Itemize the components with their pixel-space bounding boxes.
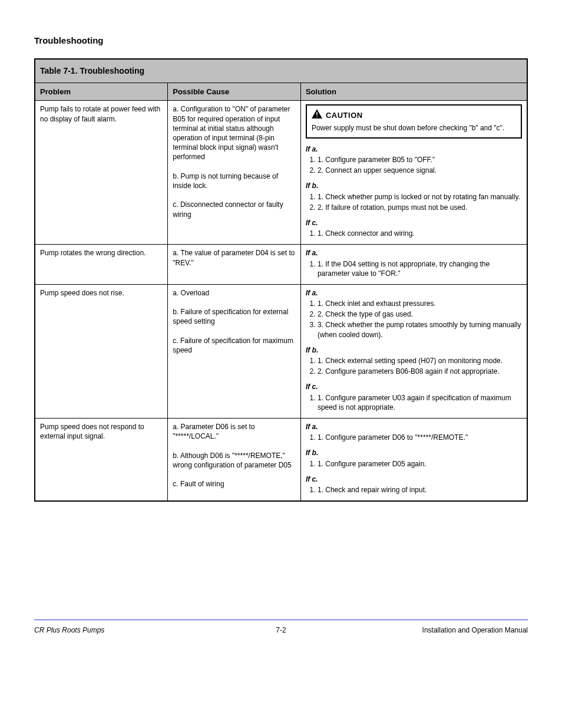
problem-cell: Pump rotates the wrong direction. — [35, 245, 168, 285]
page-heading: Troubleshooting — [34, 35, 528, 45]
header-problem: Problem — [35, 83, 168, 101]
cause-item: c. Disconnected connector or faulty wiri… — [173, 200, 296, 219]
solution-step: 1. If the D04 setting is not appropriate… — [318, 259, 522, 278]
solution-step: 1. Check external setting speed (H07) on… — [318, 356, 522, 365]
solution-label: If a. — [306, 248, 522, 258]
caution-box: CAUTION Power supply must be shut down b… — [306, 104, 522, 138]
solution-label: If a. — [306, 144, 522, 154]
table-row: Pump speed does not rise. a. Overload b.… — [35, 284, 527, 418]
cause-item: a. Parameter D06 is set to "*****/LOCAL.… — [173, 422, 296, 441]
svg-rect-0 — [316, 112, 318, 116]
warning-icon — [312, 109, 322, 121]
cause-item: a. The value of parameter D04 is set to … — [173, 248, 296, 267]
table-row: Pump speed does not respond to external … — [35, 418, 527, 501]
footer-rule — [34, 620, 528, 620]
cause-item: b. Although D06 is "*****/REMOTE," wrong… — [173, 451, 296, 470]
cause-cell: a. Parameter D06 is set to "*****/LOCAL.… — [168, 418, 301, 501]
table-row: Pump fails to rotate at power feed with … — [35, 101, 527, 245]
cause-item: b. Pump is not turning because of inside… — [173, 172, 296, 190]
footer-left: CR Plus Roots Pumps — [34, 626, 263, 634]
solution-label: If c. — [306, 382, 522, 391]
solution-label: If b. — [306, 181, 522, 190]
table-title-row: Table 7-1. Troubleshooting — [35, 59, 527, 83]
solution-label: If b. — [306, 448, 522, 457]
solution-cell: If a. 1. Configure parameter D06 to "***… — [300, 418, 527, 501]
solution-step: 1. Configure parameter U03 again if spec… — [318, 393, 522, 412]
header-cause: Possible Cause — [168, 83, 301, 101]
solution-step: 1. Configure parameter B05 to "OFF." — [318, 155, 522, 164]
solution-label: If c. — [306, 218, 522, 228]
solution-step: 1. Check inlet and exhaust pressures. — [318, 299, 522, 308]
problem-cell: Pump fails to rotate at power feed with … — [35, 101, 168, 245]
solution-label: If a. — [306, 422, 522, 431]
problem-cell: Pump speed does not respond to external … — [35, 418, 168, 501]
solution-step: 1. Check connector and wiring. — [318, 229, 522, 238]
table-title: Table 7-1. Troubleshooting — [35, 59, 527, 83]
solution-label: If b. — [306, 345, 522, 355]
caution-text: Power supply must be shut down before ch… — [312, 123, 516, 133]
solution-cell: If a. 1. If the D04 setting is not appro… — [300, 245, 527, 285]
solution-step: 1. Configure parameter D06 to "*****/REM… — [318, 433, 522, 442]
cause-item: c. Failure of specification for maximum … — [173, 336, 296, 355]
caution-label: CAUTION — [326, 110, 363, 121]
cause-cell: a. The value of parameter D04 is set to … — [168, 245, 301, 285]
solution-step: 2. Check the type of gas used. — [318, 309, 522, 319]
solution-step: 1. Configure parameter D05 again. — [318, 459, 522, 469]
cause-item: b. Failure of specification for external… — [173, 307, 296, 326]
cause-cell: a. Configuration to "ON" of parameter B0… — [168, 101, 301, 245]
header-solution: Solution — [300, 83, 527, 101]
page-footer: CR Plus Roots Pumps 7-2 Installation and… — [34, 626, 528, 646]
cause-item: a. Overload — [173, 288, 296, 298]
solution-step: 1. Check whether pump is locked or not b… — [318, 192, 522, 202]
footer-page-number: 7-2 — [263, 626, 299, 634]
cause-item: c. Fault of wiring — [173, 479, 296, 489]
solution-label: If a. — [306, 288, 522, 298]
problem-cell: Pump speed does not rise. — [35, 284, 168, 418]
table-header-row: Problem Possible Cause Solution — [35, 83, 527, 101]
solution-label: If c. — [306, 475, 522, 484]
svg-rect-1 — [316, 117, 318, 118]
troubleshooting-table: Table 7-1. Troubleshooting Problem Possi… — [34, 58, 528, 502]
solution-step: 3. Check whether the pump rotates smooth… — [318, 320, 522, 339]
footer-right: Installation and Operation Manual — [299, 626, 528, 634]
cause-cell: a. Overload b. Failure of specification … — [168, 284, 301, 418]
solution-cell: If a. 1. Check inlet and exhaust pressur… — [300, 284, 527, 418]
solution-step: 2. Configure parameters B06-B08 again if… — [318, 367, 522, 376]
cause-item: a. Configuration to "ON" of parameter B0… — [173, 104, 296, 162]
solution-cell: CAUTION Power supply must be shut down b… — [300, 101, 527, 245]
solution-step: 1. Check and repair wiring of input. — [318, 485, 522, 495]
solution-step: 2. If failure of rotation, pumps must no… — [318, 203, 522, 212]
table-row: Pump rotates the wrong direction. a. The… — [35, 245, 527, 285]
solution-step: 2. Connect an upper sequence signal. — [318, 166, 522, 175]
